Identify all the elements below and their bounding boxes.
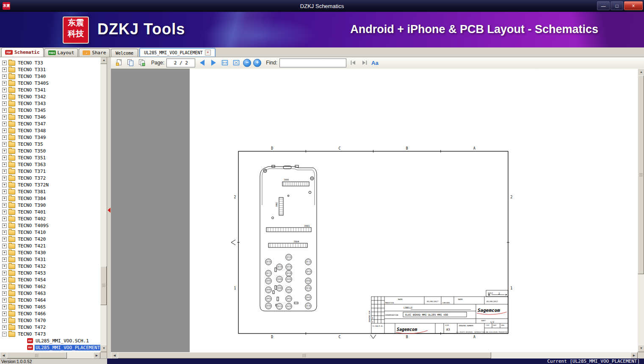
tree-folder[interactable]: +TECNO T35 [0,141,100,147]
scroll-left-icon[interactable]: ◀ [0,352,7,358]
tree-folder[interactable]: +TECNO T432 [0,263,100,270]
tree-folder[interactable]: +TECNO T401 [0,208,100,215]
tree-folder[interactable]: +TECNO T348 [0,127,100,134]
expand-icon[interactable]: + [2,318,7,323]
expand-icon[interactable]: + [2,210,7,214]
expand-icon[interactable]: + [2,135,7,140]
maximize-button[interactable]: □ [611,1,623,10]
tree-folder[interactable]: +TECNO T409S [0,222,100,229]
expand-icon[interactable]: + [2,183,7,187]
expand-icon[interactable]: + [2,81,7,86]
tree-folder[interactable]: +TECNO T347 [0,120,100,127]
expand-icon[interactable]: + [2,291,7,296]
expand-icon[interactable]: + [2,176,7,181]
tree-folder[interactable]: +TECNO T331 [0,66,100,73]
tree-folder[interactable]: +TECNO T340 [0,73,100,80]
tree-folder[interactable]: +TECNO T349 [0,134,100,141]
tab-share[interactable]: ↗Share [79,48,110,57]
expand-icon[interactable]: + [2,94,7,99]
tree-scroll-thumb[interactable] [100,266,107,305]
tree-hscroll-thumb[interactable] [7,352,67,358]
expand-icon[interactable]: + [2,67,7,72]
tree-folder[interactable]: +TECNO T465 [0,303,100,310]
expand-icon[interactable]: + [2,230,7,235]
next-page-icon[interactable] [209,58,218,67]
expand-icon[interactable]: + [2,305,7,309]
zoom-in-icon[interactable]: + [253,59,261,67]
tree-folder[interactable]: +TECNO T402 [0,215,100,222]
expand-icon[interactable]: + [2,128,7,133]
tab-schematic[interactable]: PDFSchematic [1,47,44,57]
expand-icon[interactable]: + [2,149,7,153]
tree-folder[interactable]: +TECNO T363 [0,161,100,168]
expand-icon[interactable]: + [2,189,7,194]
expand-icon[interactable]: + [2,203,7,208]
fit-width-icon[interactable] [220,58,229,67]
tree-file[interactable]: PDFUL285_MMI_VOO_PLACEMENT [0,344,100,351]
tree-folder[interactable]: +TECNO T346 [0,114,100,120]
expand-icon[interactable]: + [2,298,7,303]
tree-folder[interactable]: +TECNO T454 [0,276,100,283]
viewer-scroll-thumb[interactable] [638,75,644,274]
tree-folder[interactable]: +TECNO T372N [0,181,100,188]
zoom-out-icon[interactable]: − [243,59,251,67]
expand-icon[interactable]: + [2,162,7,167]
page-view-icon-3[interactable] [137,58,146,67]
viewer-vertical-scrollbar[interactable]: ▲ ▼ [638,69,644,352]
collapse-sidebar-icon[interactable] [108,208,111,213]
expand-icon[interactable]: + [2,264,7,269]
expand-icon[interactable]: + [2,271,7,275]
scroll-up-icon[interactable]: ▲ [100,57,107,64]
tree-folder[interactable]: +TECNO T421 [0,242,100,249]
tree-folder[interactable]: +TECNO T33 [0,59,100,66]
viewer-hscroll-thumb[interactable] [118,352,491,358]
expand-icon[interactable]: + [2,325,7,330]
tree-folder[interactable]: +TECNO T470 [0,317,100,324]
tree-folder[interactable]: +TECNO T381 [0,188,100,195]
expand-icon[interactable]: + [2,169,7,174]
tree-folder[interactable]: +TECNO T351 [0,154,100,161]
expand-icon[interactable]: + [2,88,7,92]
minimize-button[interactable]: — [597,1,610,10]
scroll-down-icon[interactable]: ▼ [638,345,644,352]
expand-icon[interactable]: + [2,223,7,228]
tree-folder[interactable]: +TECNO T420 [0,236,100,242]
expand-icon[interactable]: + [2,237,7,242]
tree-folder[interactable]: +TECNO T466 [0,310,100,317]
expand-icon[interactable]: + [2,74,7,79]
tree-folder[interactable]: +TECNO T390 [0,202,100,208]
page-view-icon-2[interactable] [126,58,135,67]
page-number-input[interactable] [166,58,195,67]
tree-folder[interactable]: +TECNO T463 [0,290,100,297]
page-view-icon-1[interactable] [114,58,124,67]
tree-folder[interactable]: +TECNO T472 [0,324,100,331]
fit-page-icon[interactable] [232,58,241,67]
close-tab-icon[interactable]: × [205,50,211,56]
tab-layout[interactable]: PADSLayout [44,48,78,57]
tree-file[interactable]: PDFUL285_MMI_VOO.SCH.1 [0,337,100,344]
viewer-horizontal-scrollbar[interactable]: ◀ ▶ [111,352,638,358]
splitter[interactable] [107,57,111,358]
tree-folder[interactable]: +TECNO T384 [0,195,100,202]
match-case-icon[interactable]: Aa [371,60,379,66]
scroll-down-icon[interactable]: ▼ [100,345,107,352]
tree-folder[interactable]: −TECNO T473 [0,331,100,337]
scroll-up-icon[interactable]: ▲ [638,69,644,76]
doc-tab[interactable]: Welcome [111,49,138,57]
tree-folder[interactable]: +TECNO T453 [0,270,100,276]
expand-icon[interactable]: + [2,217,7,221]
expand-icon[interactable]: + [2,257,7,262]
expand-icon[interactable]: + [2,108,7,113]
close-button[interactable]: × [624,1,643,10]
expand-icon[interactable]: + [2,142,7,147]
find-next-icon[interactable] [360,58,369,67]
expand-icon[interactable]: + [2,244,7,248]
tree-folder[interactable]: +TECNO T343 [0,100,100,107]
tree-folder[interactable]: +TECNO T340S [0,80,100,86]
expand-icon[interactable]: + [2,196,7,201]
tree-folder[interactable]: +TECNO T371 [0,168,100,175]
expand-icon[interactable]: + [2,156,7,160]
tree-folder[interactable]: +TECNO T372 [0,175,100,181]
tree-folder[interactable]: +TECNO T342 [0,93,100,100]
tree-horizontal-scrollbar[interactable]: ◀ ▶ [0,352,100,358]
